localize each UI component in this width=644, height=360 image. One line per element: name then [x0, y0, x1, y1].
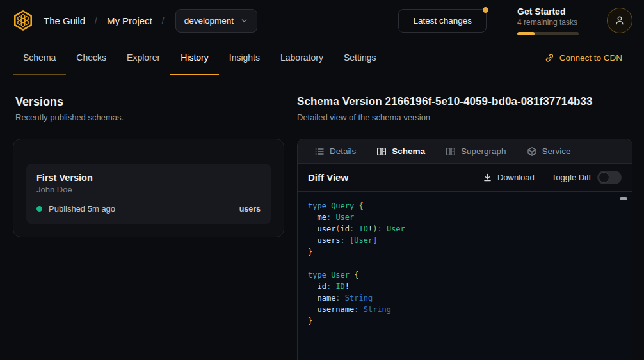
app-window: The Guild / My Project / development Lat… — [0, 0, 644, 360]
code-line: me: User — [308, 212, 610, 223]
nav-tab-laboratory[interactable]: Laboratory — [270, 41, 334, 75]
list-icon — [314, 146, 325, 157]
code-line: id: ID! — [308, 281, 610, 292]
code-line — [308, 258, 610, 269]
schema-code-viewer[interactable]: type Query { me: User user(id: ID!): Use… — [298, 192, 632, 360]
schema-view-card: Details Schema — [297, 139, 632, 360]
get-started-title: Get Started — [517, 6, 579, 17]
version-author: John Doe — [36, 185, 261, 194]
breadcrumb-org[interactable]: The Guild — [44, 15, 85, 26]
version-status-text: Published 5m ago — [49, 204, 115, 214]
diff-view-toolbar: Diff View Download Toggle Diff — [298, 164, 632, 192]
tab-service[interactable]: Service — [527, 146, 571, 157]
code-line: name: String — [308, 292, 610, 304]
toggle-diff-knob — [599, 172, 609, 183]
nav-tab-checks[interactable]: Checks — [66, 41, 117, 75]
code-line: users: [User] — [308, 235, 610, 246]
target-selector[interactable]: development — [175, 9, 257, 33]
nav-tab-history[interactable]: History — [170, 41, 219, 75]
version-detail-panel: Schema Version 2166196f-5e10-4059-bd0a-0… — [297, 75, 644, 360]
code-line: username: String — [308, 304, 610, 315]
toggle-diff-label: Toggle Diff — [552, 173, 591, 182]
version-detail-title: Schema Version 2166196f-5e10-4059-bd0a-0… — [297, 94, 632, 109]
main-content: Versions Recently published schemas. Fir… — [0, 75, 644, 360]
get-started-subtitle: 4 remaining tasks — [517, 18, 579, 27]
code-line: user(id: ID!): User — [308, 223, 610, 235]
version-service-badge: users — [239, 205, 261, 214]
get-started-progress-track — [517, 32, 579, 35]
tab-details[interactable]: Details — [314, 146, 356, 157]
versions-list-card: First Version John Doe Published 5m ago … — [13, 139, 284, 237]
tab-service-label: Service — [542, 146, 571, 156]
breadcrumb: The Guild / My Project / development — [44, 9, 257, 33]
nav-tab-explorer[interactable]: Explorer — [117, 41, 170, 75]
cube-icon — [527, 146, 537, 157]
user-icon — [614, 15, 625, 26]
toggle-diff-switch[interactable] — [597, 171, 622, 184]
nav-tab-insights[interactable]: Insights — [219, 41, 270, 75]
header-actions: Latest changes Get Started 4 remaining t… — [398, 6, 632, 35]
code-line: } — [308, 246, 610, 258]
tab-schema-label: Schema — [392, 146, 425, 156]
code-line: } — [308, 315, 610, 327]
tab-supergraph-label: Supergraph — [461, 146, 506, 156]
version-name: First Version — [36, 173, 261, 183]
download-button[interactable]: Download — [483, 173, 535, 182]
version-detail-subtitle: Detailed view of the schema version — [297, 113, 632, 122]
latest-changes-label: Latest changes — [413, 16, 472, 26]
versions-title: Versions — [15, 94, 282, 109]
download-icon — [483, 173, 492, 182]
versions-subtitle: Recently published schemas. — [15, 113, 282, 122]
nav-tab-schema[interactable]: Schema — [13, 41, 66, 75]
chevron-down-icon — [240, 17, 248, 25]
get-started-progress-fill — [517, 32, 535, 35]
breadcrumb-project[interactable]: My Project — [107, 15, 152, 26]
breadcrumb-separator: / — [95, 15, 97, 26]
columns-icon — [446, 146, 456, 157]
top-header: The Guild / My Project / development Lat… — [0, 0, 644, 41]
notification-dot — [483, 7, 488, 13]
tab-supergraph[interactable]: Supergraph — [446, 146, 506, 157]
target-selector-value: development — [184, 16, 234, 26]
code-line: type User { — [308, 269, 610, 281]
code-scrollbar-track[interactable] — [624, 192, 624, 360]
connect-to-cdn-label: Connect to CDN — [559, 53, 622, 63]
link-icon — [545, 53, 554, 63]
tab-schema[interactable]: Schema — [376, 146, 425, 157]
nav-tab-settings[interactable]: Settings — [334, 41, 387, 75]
code-scrollbar-thumb[interactable] — [620, 197, 627, 200]
get-started-widget[interactable]: Get Started 4 remaining tasks — [517, 6, 579, 35]
version-status-row: Published 5m ago users — [36, 204, 261, 214]
main-nav: Schema Checks Explorer History Insights … — [0, 41, 644, 75]
connect-to-cdn-link[interactable]: Connect to CDN — [545, 41, 622, 75]
code-line: type Query { — [308, 200, 610, 212]
versions-panel: Versions Recently published schemas. Fir… — [0, 75, 297, 360]
schema-view-tabs: Details Schema — [298, 139, 632, 164]
hive-logo-icon[interactable] — [10, 8, 36, 33]
latest-changes-button[interactable]: Latest changes — [398, 9, 487, 33]
tab-details-label: Details — [330, 146, 356, 156]
diff-view-title: Diff View — [308, 172, 348, 183]
breadcrumb-separator: / — [162, 15, 165, 26]
columns-icon — [376, 146, 387, 157]
diff-view-actions: Download Toggle Diff — [483, 171, 622, 184]
user-avatar[interactable] — [607, 8, 632, 33]
version-list-item[interactable]: First Version John Doe Published 5m ago … — [26, 164, 271, 224]
code-block: type Query { me: User user(id: ID!): Use… — [308, 200, 610, 327]
download-label: Download — [497, 173, 535, 182]
published-status-dot — [36, 206, 42, 212]
